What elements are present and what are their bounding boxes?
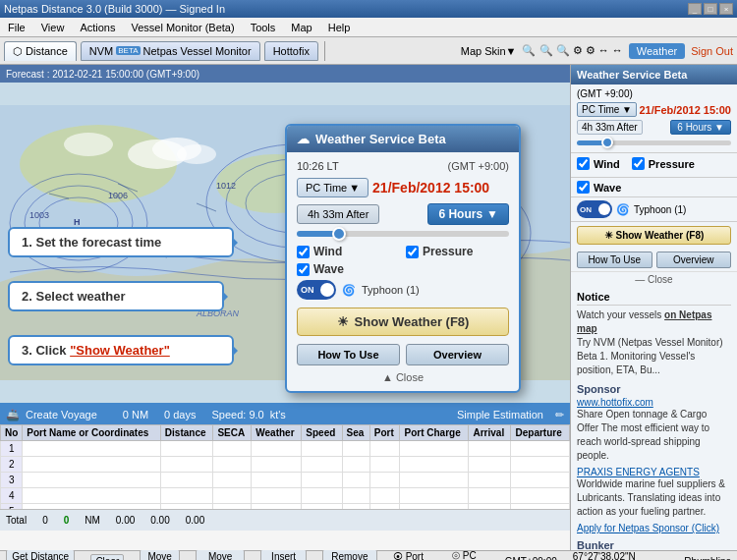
sponsor-link[interactable]: www.hottofix.com xyxy=(577,397,731,408)
hours-label: 6 Hours xyxy=(438,207,482,221)
menu-file[interactable]: File xyxy=(4,20,29,35)
table-row: 2 xyxy=(1,457,570,473)
step2-number: 2. xyxy=(22,289,35,304)
close-link[interactable]: ▲ Close xyxy=(382,371,424,383)
menu-vessel-monitor[interactable]: Vessel Monitor (Beta) xyxy=(127,20,238,35)
right-slider xyxy=(577,138,731,148)
status-bar: Get Distance (F9) Clear Move Up Move Dow… xyxy=(0,550,737,560)
hours-arrow: ▼ xyxy=(486,207,498,221)
voyage-table-area[interactable]: No Port Name or Coordinates Distance SEC… xyxy=(0,424,570,509)
right-wind-checkbox[interactable] xyxy=(577,157,590,170)
typhoon-toggle[interactable]: ON xyxy=(297,280,336,300)
wave-checkbox[interactable] xyxy=(297,263,310,276)
maximize-btn[interactable]: □ xyxy=(704,3,717,15)
slider-thumb[interactable] xyxy=(332,227,346,241)
right-title: Weather Service Beta xyxy=(577,69,687,81)
tab-distance[interactable]: ⬡ Distance xyxy=(4,41,77,61)
bunker-title: Bunker xyxy=(577,539,731,550)
show-weather-button[interactable]: ☀ Show Weather (F8) xyxy=(297,308,509,336)
pc-time-label: PC Time xyxy=(306,182,347,194)
tab-distance-label: Distance xyxy=(26,45,68,57)
remove-row-btn[interactable]: Remove Row xyxy=(322,549,377,561)
typhoon-icon: 🌀 xyxy=(342,284,356,297)
right-notice-section: Notice Watch your vessels on Netpas map … xyxy=(571,287,737,550)
sign-out-btn[interactable]: Sign Out xyxy=(691,45,733,57)
wind-check-item: Wind xyxy=(297,245,400,258)
create-voyage-label: Create Voyage xyxy=(26,409,97,420)
pc-time-dropdown[interactable]: PC Time ▼ xyxy=(297,178,368,197)
total-dist: 0 xyxy=(42,515,48,526)
hours-select[interactable]: 6 Hours ▼ xyxy=(427,203,509,225)
svg-text:1012: 1012 xyxy=(216,181,236,191)
move-up-btn[interactable]: Move Up xyxy=(140,549,180,561)
right-wind-check: Wind Pressure xyxy=(577,157,731,170)
pressure-check-item: Pressure xyxy=(406,245,509,258)
menu-map[interactable]: Map xyxy=(287,20,315,35)
overview-button[interactable]: Overview xyxy=(406,344,509,365)
right-typhoon-toggle[interactable]: ON xyxy=(577,200,612,218)
step1-number: 1. xyxy=(22,235,35,250)
toolbar: ⬡ Distance NVM BETA Netpas Vessel Monito… xyxy=(0,37,737,65)
right-close-btn[interactable]: — Close xyxy=(571,271,737,287)
wind-checkbox[interactable] xyxy=(297,246,310,258)
tab-hottofix[interactable]: Hottofix xyxy=(264,41,318,61)
menu-actions[interactable]: Actions xyxy=(76,20,119,35)
right-hours-btn[interactable]: 6 Hours ▼ xyxy=(670,120,731,135)
right-wave-label: Wave xyxy=(594,182,621,194)
window-controls[interactable]: _ □ × xyxy=(688,3,733,15)
toggle-row: ON 🌀 Typhoon (1) xyxy=(297,280,509,300)
port-local-btn[interactable]: ⦿ Port Local xyxy=(393,551,436,561)
clear-btn[interactable]: Clear xyxy=(90,554,124,560)
speed-label: Speed: 9.0 xyxy=(211,409,263,420)
apply-sponsor-link[interactable]: Apply for Netpas Sponsor (Click) xyxy=(577,523,731,533)
map-area: Forecast : 2012-02-21 15:00:00 (GMT+9:00… xyxy=(0,65,570,550)
right-time-slider[interactable] xyxy=(577,140,731,145)
tab-nvm[interactable]: NVM BETA Netpas Vessel Monitor xyxy=(81,41,260,61)
col-weather: Weather xyxy=(252,425,302,441)
right-checkboxes: Wind Pressure xyxy=(571,153,737,178)
hottofix-label: Hottofix xyxy=(273,45,310,57)
col-sea: Sea xyxy=(342,425,369,441)
col-seca: SECA xyxy=(213,425,252,441)
checkbox-row-1: Wind Pressure xyxy=(297,245,509,258)
pc-time-status[interactable]: ⦾ PC Time xyxy=(452,550,489,560)
right-pressure-checkbox[interactable] xyxy=(632,157,645,170)
right-pc-row: PC Time ▼ 21/Feb/2012 15:00 xyxy=(577,102,731,117)
pc-time-control: PC Time ▼ 21/Feb/2012 15:00 xyxy=(297,178,509,197)
right-pc-time-btn[interactable]: PC Time ▼ xyxy=(577,102,637,117)
footer-val1: 0.00 xyxy=(116,515,135,526)
right-wave-checkbox[interactable] xyxy=(577,181,590,194)
minimize-btn[interactable]: _ xyxy=(688,3,702,15)
right-typhoon-label: Typhoon (1) xyxy=(634,204,686,215)
toggle-on-label: ON xyxy=(301,285,314,295)
time-slider[interactable] xyxy=(297,231,509,237)
right-slider-thumb[interactable] xyxy=(601,137,613,148)
forecast-label: Forecast : 2012-02-21 15:00:00 (GMT+9:00… xyxy=(6,69,199,80)
menu-tools[interactable]: Tools xyxy=(247,20,280,35)
kt-label: kt's xyxy=(270,409,286,420)
main-area: Forecast : 2012-02-21 15:00:00 (GMT+9:00… xyxy=(0,65,737,550)
how-to-use-button[interactable]: How To Use xyxy=(297,344,400,365)
table-row: 4 xyxy=(1,488,570,504)
offset-button[interactable]: 4h 33m After xyxy=(297,204,379,224)
toolbar-icons: 🔍 🔍 🔍 ⚙ ⚙ ↔ ↔ xyxy=(522,44,622,57)
wave-label: Wave xyxy=(313,262,344,276)
netpas-map-link[interactable]: on Netpas map xyxy=(577,309,711,334)
pressure-checkbox[interactable] xyxy=(406,246,419,258)
col-port-charge: Port xyxy=(369,425,400,441)
weather-tab-btn[interactable]: Weather xyxy=(629,43,685,59)
right-how-to-btn[interactable]: How To Use xyxy=(577,252,652,268)
menu-view[interactable]: View xyxy=(37,20,69,35)
praxis-title[interactable]: PRAXIS ENERGY AGENTS xyxy=(577,467,731,477)
nm-unit: NM xyxy=(85,515,100,526)
gmt-label: GMT+09:00 xyxy=(505,556,557,560)
days-label: 0 days xyxy=(164,409,196,420)
insert-row-btn[interactable]: Insert Row xyxy=(260,549,307,561)
close-btn[interactable]: × xyxy=(719,3,733,15)
move-down-btn[interactable]: Move Down xyxy=(196,549,245,561)
footer-val3: 0.00 xyxy=(186,515,204,526)
right-overview-btn[interactable]: Overview xyxy=(656,252,732,268)
right-show-weather-btn[interactable]: ☀ Show Weather (F8) xyxy=(577,226,731,245)
menu-help[interactable]: Help xyxy=(324,20,355,35)
get-distance-btn[interactable]: Get Distance (F9) xyxy=(6,549,75,561)
